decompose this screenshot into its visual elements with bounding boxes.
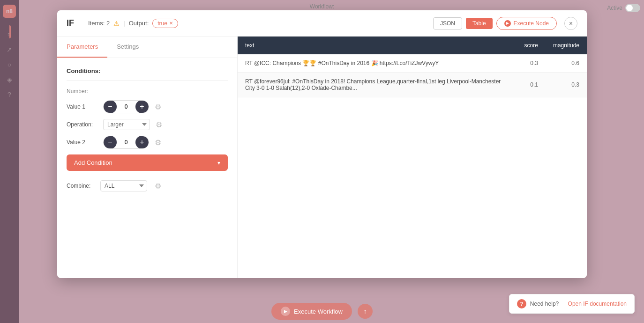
items-count: Items: 2 (88, 20, 110, 27)
value2-input[interactable] (117, 139, 135, 146)
combine-select[interactable]: ALL ANY (100, 180, 147, 191)
json-button[interactable]: JSON (433, 17, 462, 29)
combine-row: Combine: ALL ANY ⚙ (67, 180, 228, 191)
col-header-magnitude: magnitude (546, 37, 587, 54)
cell-magnitude: 0.6 (546, 54, 587, 73)
left-panel: Parameters Settings Conditions: Number: … (57, 37, 238, 278)
modal-body: Parameters Settings Conditions: Number: … (57, 37, 587, 278)
col-header-text: text (238, 37, 517, 54)
value1-stepper: − + (103, 100, 149, 113)
combine-label: Combine: (67, 183, 95, 189)
header-right: JSON Table ▶ Execute Node × (433, 17, 577, 30)
modal: IF Items: 2 ⚠ | Output: true ✕ JSON Tabl… (57, 10, 587, 278)
operation-select[interactable]: Larger Smaller Equal Not Equal (103, 119, 150, 130)
active-toggle-area: Active (607, 4, 640, 12)
combine-gear-icon[interactable]: ⚙ (153, 181, 163, 191)
add-condition-arrow-icon: ▾ (217, 160, 220, 166)
col-header-score: score (517, 37, 546, 54)
output-label: Output: (129, 20, 149, 27)
toggle-knob (626, 5, 633, 11)
modal-header: IF Items: 2 ⚠ | Output: true ✕ JSON Tabl… (57, 10, 587, 37)
value1-input[interactable] (117, 103, 135, 110)
value2-label: Value 2 (67, 139, 99, 146)
cell-text: RT @ICC: Champions 🏆🏆 #OnThisDay in 2016… (238, 54, 517, 73)
play-icon: ▶ (281, 307, 290, 316)
operation-label: Operation: (67, 121, 99, 128)
table-row: RT @forever96jul: #OnThisDay in 2018! Ch… (238, 73, 587, 97)
conditions-label: Conditions: (67, 67, 228, 81)
add-condition-label: Add Condition (74, 159, 112, 166)
help-icon: ? (517, 299, 526, 308)
cell-score: 0.1 (517, 73, 546, 97)
help-link[interactable]: Open IF documentation (568, 301, 627, 307)
right-panel: text score magnitude RT @ICC: Champions … (238, 37, 587, 278)
value2-decrement[interactable]: − (104, 136, 117, 149)
execute-icon: ▶ (504, 20, 511, 27)
output-value: true (157, 20, 167, 27)
execute-workflow-label: Execute Workflow (294, 308, 343, 315)
help-tooltip: ? Need help? Open IF documentation (509, 294, 635, 314)
operation-row: Operation: Larger Smaller Equal Not Equa… (67, 119, 228, 130)
cell-magnitude: 0.3 (546, 73, 587, 97)
value2-increment[interactable]: + (135, 136, 149, 149)
output-badge-close[interactable]: ✕ (169, 21, 173, 26)
panel-content: Conditions: Number: Value 1 − + ⚙ Operat… (57, 58, 237, 278)
value1-gear-icon[interactable]: ⚙ (153, 102, 163, 112)
cell-score: 0.3 (517, 54, 546, 73)
cell-text: RT @forever96jul: #OnThisDay in 2018! Ch… (238, 73, 517, 97)
value1-row: Value 1 − + ⚙ (67, 100, 228, 113)
output-badge[interactable]: true ✕ (152, 19, 178, 28)
workflow-title: Workflow: (310, 3, 334, 10)
warning-icon: ⚠ (113, 20, 120, 27)
save-workflow-button[interactable]: ↑ (358, 304, 373, 319)
value1-label: Value 1 (67, 103, 99, 110)
value1-increment[interactable]: + (135, 100, 149, 113)
value2-gear-icon[interactable]: ⚙ (153, 137, 163, 147)
execute-workflow-button[interactable]: ▶ Execute Workflow (271, 303, 352, 320)
operation-gear-icon[interactable]: ⚙ (154, 119, 164, 130)
number-label: Number: (67, 88, 228, 95)
tab-parameters[interactable]: Parameters (57, 37, 107, 58)
header-meta: Items: 2 ⚠ | Output: true ✕ (88, 19, 426, 28)
close-modal-button[interactable]: × (564, 17, 577, 30)
help-text: Need help? (530, 301, 559, 307)
active-label: Active (607, 5, 622, 11)
modal-title: IF (67, 18, 81, 28)
value2-stepper: − + (103, 136, 149, 149)
add-condition-button[interactable]: Add Condition ▾ (67, 154, 228, 171)
execute-node-label: Execute Node (514, 20, 549, 27)
value2-row: Value 2 − + ⚙ (67, 136, 228, 149)
value1-decrement[interactable]: − (104, 100, 117, 113)
panel-tabs: Parameters Settings (57, 37, 237, 58)
data-table: text score magnitude RT @ICC: Champions … (238, 37, 587, 97)
table-row: RT @ICC: Champions 🏆🏆 #OnThisDay in 2016… (238, 54, 587, 73)
table-button[interactable]: Table (466, 18, 493, 29)
tab-settings[interactable]: Settings (107, 37, 148, 58)
active-toggle-switch[interactable] (625, 4, 640, 12)
separator: | (123, 20, 125, 27)
execute-node-button[interactable]: ▶ Execute Node (496, 17, 557, 30)
